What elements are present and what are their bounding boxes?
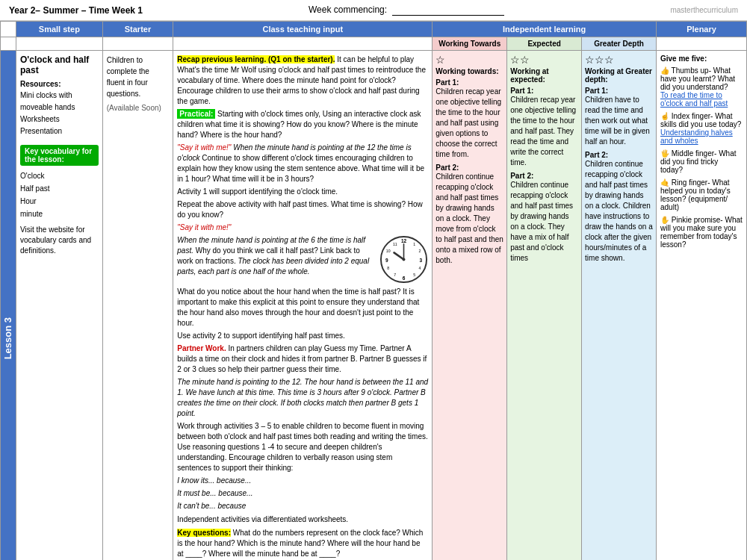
wt-part2: Children continue recapping o'clock and … (436, 172, 503, 266)
thumb-link: To read the time to o'clock and half pas… (660, 91, 728, 108)
svg-text:2: 2 (419, 249, 421, 253)
header-left: Year 2– Summer – Time Week 1 (9, 5, 143, 16)
svg-text:6: 6 (403, 276, 406, 281)
sub-expected: Expected (507, 37, 582, 51)
svg-text:10: 10 (386, 249, 391, 253)
class-activities3-5: Work through activities 3 – 5 to enable … (177, 421, 428, 473)
class-say-it-2: "Say it with me!" (177, 223, 428, 233)
gd-label: Working at Greater depth: (585, 67, 653, 84)
svg-text:9: 9 (385, 258, 388, 263)
resources-list: Mini clocks with moveable hands Workshee… (20, 90, 99, 137)
index-link: Understanding halves and wholes (660, 128, 733, 145)
half-past-section: When the minute hand is pointing at the … (177, 235, 428, 284)
col-starter: Starter (102, 22, 173, 37)
class-intro: Recap previous learning. (Q1 on the star… (177, 55, 428, 107)
stem1: I know its... because... (177, 476, 428, 486)
svg-text:11: 11 (393, 242, 397, 246)
key-vocab-box: Key vocabulary for the lesson: (20, 145, 99, 166)
class-activity1: Activity 1 will support identifying the … (177, 187, 428, 197)
index-icon: ☝ (660, 112, 669, 120)
wt-label: Working towards: (436, 67, 503, 75)
middle-icon: 🖐 (660, 149, 669, 158)
ring-label: Ring finger- What helped you in today's … (660, 178, 731, 211)
class-say-it: "Say it with me!" When the minute hand i… (177, 143, 428, 184)
middle-label: Middle finger- What did you find tricky … (660, 149, 736, 174)
small-step-title: O'clock and half past (20, 55, 99, 75)
exp-label: Working at expected: (510, 67, 578, 84)
svg-text:4: 4 (419, 266, 421, 270)
plenary-middle: 🖐 Middle finger- What did you find trick… (660, 149, 743, 174)
class-activity2: Use activity 2 to support identifying ha… (177, 331, 428, 341)
class-repeat: Repeat the above activity with half past… (177, 199, 428, 220)
starter-available: (Available Soon) (107, 104, 170, 112)
stem2: It must be... because... (177, 488, 428, 499)
starter-text: Children to complete the fluent in four … (107, 55, 170, 99)
class-partner-work: Partner Work. In partners children can p… (177, 343, 428, 375)
wt-part2-header: Part 2: (436, 164, 503, 172)
stem3: It can't be... because (177, 501, 428, 511)
website-note: Visit the website for vocabulary cards a… (20, 225, 99, 256)
class-what-notice: What do you notice about the hour hand w… (177, 287, 428, 329)
svg-text:5: 5 (414, 273, 416, 277)
pinkie-icon: ✋ (660, 216, 669, 224)
svg-text:3: 3 (420, 258, 423, 263)
wt-part1-header: Part 1: (436, 78, 503, 87)
gd-part1: Children have to read the time and then … (585, 95, 653, 147)
lesson-label: Lesson 3 (1, 311, 15, 365)
class-independent: Independent activities via differentiate… (177, 514, 428, 525)
sub-working-towards: Working Towards (433, 37, 507, 51)
half-past-text: When the minute hand is pointing at the … (177, 235, 375, 277)
col-small-step: Small step (16, 22, 103, 37)
svg-text:8: 8 (388, 266, 390, 270)
recap-highlight: Recap previous learning. (Q1 on the star… (177, 55, 335, 63)
plenary-pinkie: ✋ Pinkie promise- What will you make sur… (660, 216, 743, 249)
wt-stars: ☆ (436, 54, 503, 66)
gd-part1-header: Part 1: (585, 87, 653, 95)
svg-point-15 (403, 258, 406, 261)
class-key-questions: Key questions: What do the numbers repre… (177, 528, 428, 559)
svg-text:12: 12 (401, 238, 407, 243)
exp-stars: ☆☆ (510, 54, 578, 66)
col-class-teaching: Class teaching input (173, 22, 433, 37)
gd-part2-header: Part 2: (585, 151, 653, 159)
practical-label: Practical: (177, 109, 215, 119)
exp-part2-header: Part 2: (510, 172, 578, 180)
page-header: Year 2– Summer – Time Week 1 Week commen… (0, 0, 747, 21)
thumb-icon: 👍 (660, 66, 669, 75)
resources-label: Resources: (20, 80, 99, 88)
exp-part1-header: Part 1: (510, 87, 578, 95)
ring-icon: 🤙 (660, 178, 669, 187)
exp-part1: Children recap year one objective tellin… (510, 95, 578, 168)
gd-part2: Children continue recapping o'clock and … (585, 159, 653, 264)
svg-text:1: 1 (414, 242, 416, 246)
exp-part2: Children continue recapping o'clock and … (510, 180, 578, 264)
week-commencing: Week commencing: (309, 4, 505, 16)
plenary-header: Give me five: (660, 55, 743, 63)
clock-image: 12 3 6 9 1 2 4 5 7 8 10 11 (379, 235, 428, 284)
vocab-list: O'clock Half past Hour minute (20, 169, 99, 220)
header-logo-placeholder: masterthecurriculum (670, 6, 738, 14)
class-example: The minute hand is pointing to the 12. T… (177, 377, 428, 419)
gd-stars: ☆☆☆ (585, 54, 653, 66)
pinkie-label: Pinkie promise- What will you make sure … (660, 216, 743, 249)
plenary-index: ☝ Index finger- What skills did you use … (660, 112, 743, 145)
class-practical: Practical: Starting with o'clock times o… (177, 109, 428, 140)
plenary-ring: 🤙 Ring finger- What helped you in today'… (660, 178, 743, 211)
col-plenary: Plenary (657, 22, 747, 37)
wt-part1: Children recap year one objective tellin… (436, 87, 503, 160)
index-label: Index finger- What skills did you use to… (660, 112, 741, 128)
thumb-label: Thumbs up- What have you learnt? What di… (660, 66, 735, 91)
sub-greater-depth: Greater Depth (582, 37, 657, 51)
plenary-thumb: 👍 Thumbs up- What have you learnt? What … (660, 66, 743, 108)
col-independent: Independent learning (433, 22, 657, 37)
svg-text:7: 7 (394, 273, 397, 277)
